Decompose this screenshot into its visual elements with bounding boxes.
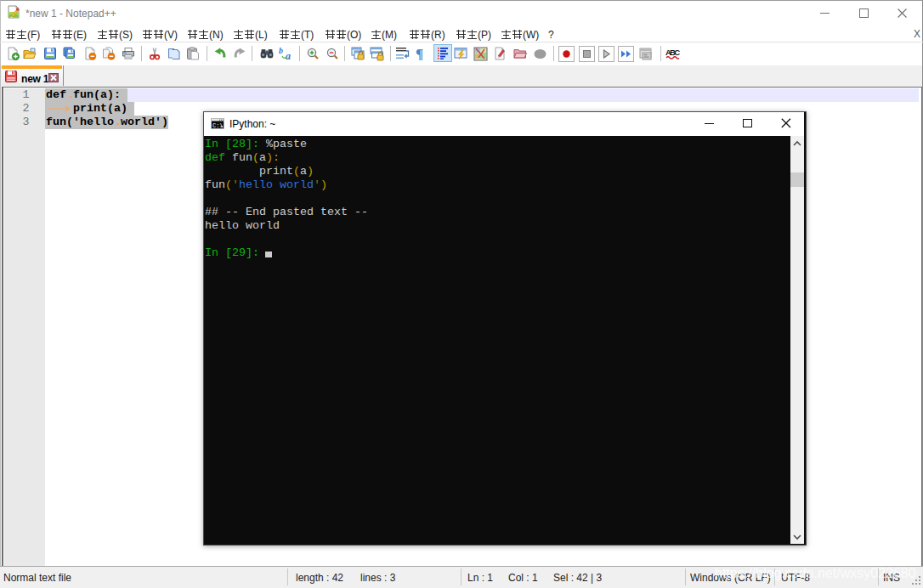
svg-text:C:\: C:\ [212,122,224,129]
svg-text:a: a [286,50,291,61]
svg-text:ABC: ABC [665,48,680,57]
svg-text:b: b [279,47,283,55]
svg-text:¶: ¶ [416,47,423,60]
